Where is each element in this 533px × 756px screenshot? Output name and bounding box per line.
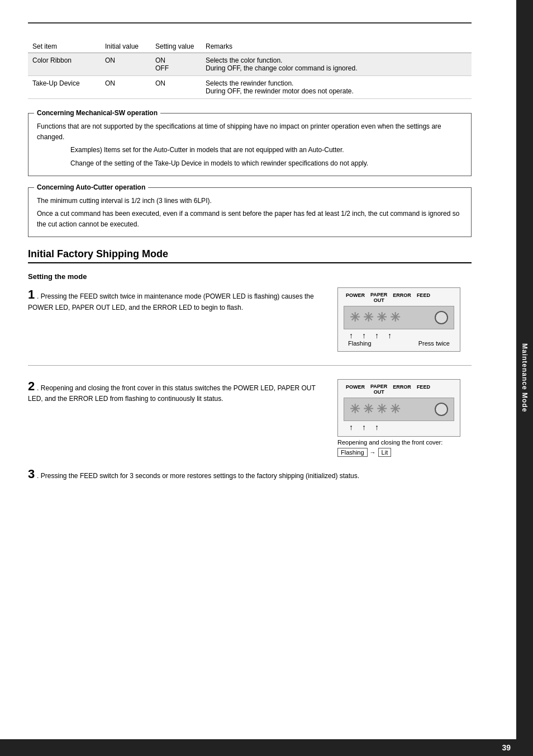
label-paper-out-2: PAPER OUT bbox=[370, 384, 387, 395]
panel-header-2: POWER PAPER OUT ERROR FEED bbox=[344, 384, 454, 395]
arrow-label: → bbox=[370, 449, 376, 456]
col-header-initial: Initial value bbox=[101, 40, 151, 53]
step-1-diagram: POWER PAPER OUT ERROR FEED ✳ ✳ ✳ bbox=[337, 287, 472, 352]
auto-cutter-line1: The minimum cutting interval is 1/2 inch… bbox=[37, 196, 463, 206]
cell-setting: ON bbox=[151, 76, 201, 99]
arrow-1 bbox=[349, 331, 353, 340]
section-title: Initial Factory Shipping Mode bbox=[28, 248, 472, 263]
auto-cutter-box: Concerning Auto-Cutter operation The min… bbox=[28, 187, 472, 238]
col-header-remarks: Remarks bbox=[201, 40, 472, 53]
panel-diagram-2: POWER PAPER OUT ERROR FEED ✳ ✳ ✳ bbox=[337, 379, 460, 437]
cell-remarks: Selects the color function. During OFF, … bbox=[201, 53, 472, 76]
auto-cutter-title: Concerning Auto-Cutter operation bbox=[34, 183, 148, 191]
flashing-label: Flashing bbox=[348, 340, 372, 347]
step-3-left: 3 . Pressing the FEED switch for 3 secon… bbox=[28, 467, 472, 481]
table-row: Take-Up Device ON ON Selects the rewinde… bbox=[28, 76, 472, 99]
label-error-2: ERROR bbox=[393, 384, 411, 395]
step-1-text: Pressing the FEED switch twice in mainte… bbox=[28, 292, 314, 311]
mechanical-sw-box: Concerning Mechanical-SW operation Funct… bbox=[28, 113, 472, 176]
auto-cutter-line2: Once a cut command has been executed, ev… bbox=[37, 209, 463, 230]
cell-initial: ON bbox=[101, 76, 151, 99]
step-3-text: Pressing the FEED switch for 3 seconds o… bbox=[41, 472, 359, 480]
step-1-left: 1 . Pressing the FEED switch twice in ma… bbox=[28, 287, 326, 313]
arrows-row-1 bbox=[344, 329, 454, 340]
mechanical-sw-title: Concerning Mechanical-SW operation bbox=[34, 109, 160, 117]
led-4: ✳ bbox=[390, 311, 400, 324]
led-5: ✳ bbox=[350, 403, 360, 415]
cell-initial: ON bbox=[101, 53, 151, 76]
press-twice-label: Press twice bbox=[418, 340, 450, 347]
step-1-row: 1 . Pressing the FEED switch twice in ma… bbox=[28, 287, 472, 352]
mechanical-sw-example: Examples) Items set for the Auto-Cutter … bbox=[37, 145, 463, 168]
panel-header-1: POWER PAPER OUT ERROR FEED bbox=[344, 292, 454, 304]
subsection-title: Setting the mode bbox=[28, 272, 472, 281]
label-power: POWER bbox=[346, 292, 365, 304]
step-divider-1 bbox=[28, 365, 472, 366]
table-row: Color Ribbon ON ON OFF Selects the color… bbox=[28, 53, 472, 76]
settings-table: Set item Initial value Setting value Rem… bbox=[28, 40, 472, 99]
mechanical-sw-line1: Functions that are not supported by the … bbox=[37, 121, 463, 143]
panel-diagram-1: POWER PAPER OUT ERROR FEED ✳ ✳ ✳ bbox=[337, 287, 460, 352]
led-6: ✳ bbox=[363, 403, 373, 415]
flashing-box: Flashing bbox=[337, 448, 368, 457]
led-1: ✳ bbox=[350, 311, 360, 324]
bottom-spacer bbox=[28, 481, 472, 509]
page-number: 39 bbox=[502, 743, 511, 752]
led-3: ✳ bbox=[377, 311, 387, 324]
arrow-2 bbox=[362, 331, 366, 340]
flash-lit-row: Flashing → Lit bbox=[337, 448, 472, 457]
step-2-row: 2 . Reopening and closing the front cove… bbox=[28, 379, 472, 457]
top-line bbox=[28, 22, 472, 23]
feed-button-2[interactable] bbox=[435, 403, 448, 416]
led-8: ✳ bbox=[390, 403, 400, 415]
step-1-number: 1 bbox=[28, 287, 35, 301]
step-3-number: 3 bbox=[28, 467, 35, 481]
label-error: ERROR bbox=[393, 292, 411, 304]
col-header-setting: Setting value bbox=[151, 40, 201, 53]
arrow-5 bbox=[349, 423, 353, 432]
arrow-7 bbox=[375, 423, 379, 432]
steps-container: 1 . Pressing the FEED switch twice in ma… bbox=[28, 287, 472, 481]
cell-remarks: Selects the rewinder function. During OF… bbox=[201, 76, 472, 99]
label-paper-out: PAPER OUT bbox=[370, 292, 387, 304]
lit-box: Lit bbox=[378, 448, 392, 457]
flashing-press-labels: Flashing Press twice bbox=[344, 340, 454, 347]
step-2-text: Reopening and closing the front cover in… bbox=[28, 384, 316, 403]
panel-leds-2: ✳ ✳ ✳ ✳ bbox=[344, 398, 454, 421]
cell-item: Color Ribbon bbox=[28, 53, 101, 76]
panel-leds-1: ✳ ✳ ✳ ✳ bbox=[344, 306, 454, 329]
step-2-left: 2 . Reopening and closing the front cove… bbox=[28, 379, 326, 404]
label-feed: FEED bbox=[417, 292, 430, 304]
page-number-bar: 39 bbox=[0, 739, 533, 756]
arrows-row-2 bbox=[344, 421, 454, 432]
side-tab: Maintenance Mode bbox=[516, 0, 533, 756]
main-content: Set item Initial value Setting value Rem… bbox=[0, 0, 516, 756]
step-2-number: 2 bbox=[28, 379, 35, 393]
led-7: ✳ bbox=[377, 403, 387, 415]
reopen-caption: Reopening and closing the front cover: bbox=[337, 439, 472, 446]
page: Set item Initial value Setting value Rem… bbox=[0, 0, 533, 756]
arrow-3 bbox=[375, 331, 379, 340]
step-3-row: 3 . Pressing the FEED switch for 3 secon… bbox=[28, 467, 472, 481]
feed-button[interactable] bbox=[435, 311, 448, 324]
led-2: ✳ bbox=[363, 311, 373, 324]
label-power-2: POWER bbox=[346, 384, 365, 395]
arrow-6 bbox=[362, 423, 366, 432]
arrow-4 bbox=[388, 331, 392, 340]
col-header-item: Set item bbox=[28, 40, 101, 53]
cell-item: Take-Up Device bbox=[28, 76, 101, 99]
label-feed-2: FEED bbox=[417, 384, 430, 395]
cell-setting: ON OFF bbox=[151, 53, 201, 76]
step-2-diagram: POWER PAPER OUT ERROR FEED ✳ ✳ ✳ bbox=[337, 379, 472, 457]
